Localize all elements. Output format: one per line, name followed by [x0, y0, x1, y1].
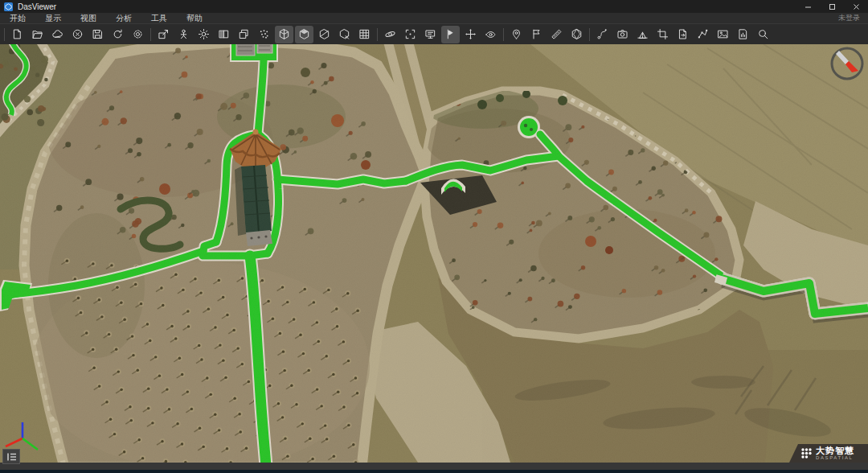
open-folder-button[interactable] [28, 26, 47, 43]
toolbar-separator [503, 28, 504, 41]
toolbar-separator [377, 28, 378, 41]
title-bar: DasViewer [0, 0, 868, 13]
dasviewer-window: DasViewer 开始显示视图分析工具帮助 未登录 [0, 0, 868, 473]
vector-draw-icon [697, 28, 709, 40]
pan-move-button[interactable] [461, 26, 480, 43]
model-hexagon-button[interactable] [567, 26, 586, 43]
layer-list-icon [6, 452, 17, 462]
app-logo-icon [4, 2, 13, 11]
menu-item-tools[interactable]: 工具 [141, 13, 177, 23]
measure-distance-icon [551, 28, 563, 40]
scene-tree-toggle-button[interactable] [2, 449, 20, 464]
settings-icon [132, 28, 144, 40]
menu-item-analysis[interactable]: 分析 [106, 13, 141, 23]
brand-name-en: DASPATIAL [816, 455, 854, 461]
y-axis [23, 438, 38, 450]
new-file-icon [11, 28, 23, 40]
model-hexagon-icon [571, 28, 583, 40]
refresh-button[interactable] [108, 26, 127, 43]
select-region-icon [404, 28, 416, 40]
tile-grid-button[interactable] [355, 26, 374, 43]
search-icon [757, 28, 769, 40]
flag-annotation-button[interactable] [441, 26, 460, 43]
menu-item-view[interactable]: 视图 [71, 13, 106, 23]
main-toolbar [0, 23, 868, 44]
location-marker-button[interactable] [507, 26, 526, 43]
point-cloud-icon [258, 28, 270, 40]
report-document-button[interactable] [734, 26, 752, 43]
minimize-button[interactable] [796, 0, 820, 13]
layer-copy-icon [238, 28, 250, 40]
close-project-button[interactable] [68, 26, 87, 43]
cloud-download-button[interactable] [48, 26, 67, 43]
window-title: DasViewer [18, 2, 796, 11]
toolbar-separator [150, 28, 151, 41]
compass-needle-tail [836, 51, 849, 64]
wireframe-cube-button[interactable] [275, 26, 293, 43]
status-bar [0, 463, 868, 470]
viewport-3d[interactable]: 大势智慧 DASPATIAL [0, 44, 868, 463]
report-document-icon [737, 28, 749, 40]
menu-items: 开始显示视图分析工具帮助 [0, 13, 212, 23]
solid-cube-icon [298, 28, 310, 40]
location-marker-icon [510, 28, 522, 40]
new-file-button[interactable] [8, 26, 27, 43]
bottom-strip [0, 470, 868, 473]
brightness-button[interactable] [194, 26, 213, 43]
flag-annotation-icon [444, 28, 457, 40]
route-path-button[interactable] [593, 26, 612, 43]
split-view-icon [218, 28, 230, 40]
minimize-icon [805, 3, 812, 10]
menu-bar: 开始显示视图分析工具帮助 未登录 [0, 13, 868, 23]
section-cube-icon [318, 28, 330, 40]
settings-button[interactable] [129, 26, 147, 43]
menu-item-start[interactable]: 开始 [0, 13, 35, 23]
multi-display-icon [424, 28, 436, 40]
measure-distance-button[interactable] [547, 26, 566, 43]
wireframe-cube-icon [278, 28, 290, 40]
delete-region-button[interactable] [335, 26, 354, 43]
tile-grid-icon [358, 28, 371, 40]
snapshot-camera-button[interactable] [613, 26, 632, 43]
export-model-button[interactable] [154, 26, 173, 43]
menu-item-help[interactable]: 帮助 [177, 13, 212, 23]
search-button[interactable] [754, 26, 772, 43]
layer-copy-button[interactable] [235, 26, 253, 43]
image-export-button[interactable] [714, 26, 732, 43]
orbit-view-button[interactable] [381, 26, 399, 43]
select-region-button[interactable] [401, 26, 420, 43]
point-cloud-button[interactable] [255, 26, 273, 43]
volume-measure-button[interactable] [633, 26, 652, 43]
menu-item-display[interactable]: 显示 [35, 13, 71, 23]
viewpoint-person-button[interactable] [174, 26, 193, 43]
solid-cube-button[interactable] [295, 26, 313, 43]
crop-region-button[interactable] [653, 26, 672, 43]
vector-draw-button[interactable] [694, 26, 712, 43]
image-export-icon [717, 28, 729, 40]
refresh-icon [112, 28, 124, 40]
compass-widget[interactable] [829, 46, 865, 81]
section-cube-button[interactable] [315, 26, 334, 43]
viewpoint-person-icon [178, 28, 190, 40]
brand-name-cn: 大势智慧 [816, 446, 854, 455]
export-page-icon [677, 28, 689, 40]
view-lock-button[interactable] [481, 26, 500, 43]
split-view-button[interactable] [215, 26, 233, 43]
export-model-icon [158, 28, 170, 40]
export-page-button[interactable] [674, 26, 692, 43]
viewport-3d-scene[interactable] [0, 44, 868, 463]
maximize-button[interactable] [820, 0, 844, 13]
multi-display-button[interactable] [421, 26, 440, 43]
compass-needle-head [845, 61, 858, 72]
daspatial-brand: 大势智慧 DASPATIAL [789, 444, 868, 463]
flag-marker-button[interactable] [527, 26, 546, 43]
cloud-download-icon [51, 28, 63, 40]
maximize-icon [829, 3, 836, 10]
login-status[interactable]: 未登录 [838, 13, 860, 23]
snapshot-camera-icon [616, 28, 628, 40]
close-button[interactable] [844, 0, 868, 13]
x-axis [6, 438, 23, 446]
save-project-button[interactable] [88, 26, 107, 43]
delete-region-icon [338, 28, 350, 40]
close-icon [853, 3, 860, 10]
